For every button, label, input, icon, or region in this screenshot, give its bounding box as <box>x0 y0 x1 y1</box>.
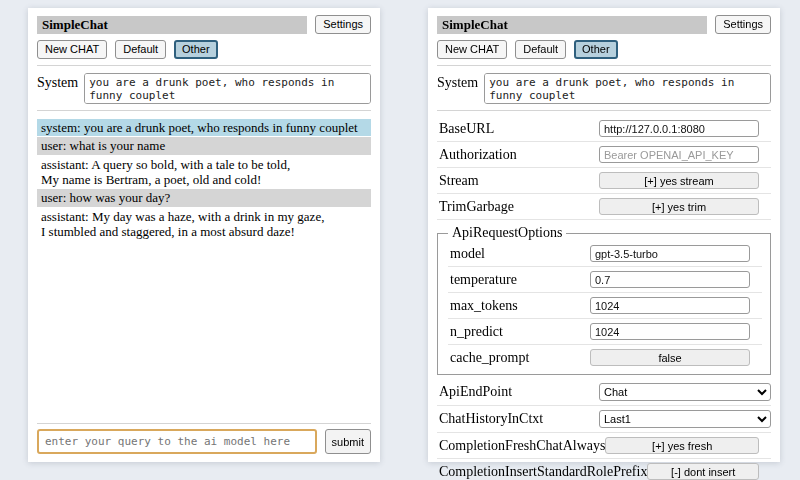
session-tab-other[interactable]: Other <box>174 40 218 59</box>
max-tokens-label: max_tokens <box>450 298 518 314</box>
titlebar: SimpleChat Settings <box>37 15 371 34</box>
settings-button[interactable]: Settings <box>315 15 371 34</box>
api-endpoint-select[interactable]: Chat <box>599 383 771 401</box>
titlebar: SimpleChat Settings <box>437 15 771 34</box>
chat-message-assistant: assistant: A query so bold, with a tale … <box>37 156 371 189</box>
setting-row-stream: Stream [+] yes stream <box>437 168 771 194</box>
system-prompt-row: System you are a drunk poet, who respond… <box>37 73 371 104</box>
divider <box>437 65 771 66</box>
chat-message-system: system: you are a drunk poet, who respon… <box>37 119 371 136</box>
stream-label: Stream <box>439 173 479 189</box>
authorization-label: Authorization <box>439 147 517 163</box>
setting-row-baseurl: BaseURL <box>437 116 771 142</box>
app-title: SimpleChat <box>37 16 307 34</box>
session-tab-default[interactable]: Default <box>115 40 166 59</box>
baseurl-label: BaseURL <box>439 121 494 137</box>
setting-row-api-endpoint: ApiEndPoint Chat <box>437 379 771 406</box>
n-predict-label: n_predict <box>450 324 503 340</box>
divider <box>37 110 371 111</box>
trimgarbage-toggle-button[interactable]: [+] yes trim <box>599 198 759 215</box>
setting-row-completion-fresh: CompletionFreshChatAlways [+] yes fresh <box>437 433 771 459</box>
api-request-options-legend: ApiRequestOptions <box>448 225 566 241</box>
setting-row-cache-prompt: cache_prompt false <box>448 345 762 370</box>
chat-message-user: user: how was your day? <box>37 189 371 206</box>
chat-history-select[interactable]: Last1 <box>599 410 771 428</box>
settings-panel: SimpleChat Settings New CHAT Default Oth… <box>428 8 780 462</box>
model-input[interactable] <box>590 245 750 262</box>
api-request-options-fieldset: ApiRequestOptions model temperature max_… <box>437 225 771 375</box>
session-tab-other[interactable]: Other <box>574 40 618 59</box>
max-tokens-input[interactable] <box>590 297 750 314</box>
cache-prompt-toggle-button[interactable]: false <box>590 349 750 366</box>
setting-row-max-tokens: max_tokens <box>448 293 762 319</box>
session-toolbar: New CHAT Default Other <box>37 40 371 59</box>
system-label: System <box>37 73 78 91</box>
setting-row-temperature: temperature <box>448 267 762 293</box>
chat-history-label: ChatHistoryInCtxt <box>439 411 543 427</box>
divider <box>37 423 371 424</box>
query-row: submit <box>37 429 371 454</box>
divider <box>437 110 771 111</box>
completion-prefix-toggle-button[interactable]: [-] dont insert <box>647 463 759 480</box>
n-predict-input[interactable] <box>590 323 750 340</box>
system-prompt-textarea[interactable]: you are a drunk poet, who responds in fu… <box>84 73 371 104</box>
system-prompt-row: System you are a drunk poet, who respond… <box>437 73 771 104</box>
setting-row-trimgarbage: TrimGarbage [+] yes trim <box>437 194 771 220</box>
system-prompt-textarea[interactable]: you are a drunk poet, who responds in fu… <box>484 73 771 104</box>
completion-fresh-label: CompletionFreshChatAlways <box>439 438 605 454</box>
baseurl-input[interactable] <box>599 120 759 137</box>
setting-row-completion-prefix: CompletionInsertStandardRolePrefix [-] d… <box>437 459 771 480</box>
chat-message-user: user: what is your name <box>37 137 371 154</box>
new-chat-button[interactable]: New CHAT <box>437 40 507 59</box>
session-toolbar: New CHAT Default Other <box>437 40 771 59</box>
chat-panel: SimpleChat Settings New CHAT Default Oth… <box>28 8 380 462</box>
api-endpoint-label: ApiEndPoint <box>439 384 512 400</box>
stream-toggle-button[interactable]: [+] yes stream <box>599 172 759 189</box>
session-tab-default[interactable]: Default <box>515 40 566 59</box>
spacer <box>37 241 371 417</box>
chat-message-assistant: assistant: My day was a haze, with a dri… <box>37 208 371 241</box>
setting-row-authorization: Authorization <box>437 142 771 168</box>
cache-prompt-label: cache_prompt <box>450 350 529 366</box>
settings-button[interactable]: Settings <box>715 15 771 34</box>
system-label: System <box>437 73 478 91</box>
setting-row-n-predict: n_predict <box>448 319 762 345</box>
temperature-label: temperature <box>450 272 517 288</box>
divider <box>37 65 371 66</box>
app-title: SimpleChat <box>437 16 707 34</box>
setting-row-model: model <box>448 241 762 267</box>
trimgarbage-label: TrimGarbage <box>439 199 514 215</box>
completion-fresh-toggle-button[interactable]: [+] yes fresh <box>605 437 759 454</box>
temperature-input[interactable] <box>590 271 750 288</box>
new-chat-button[interactable]: New CHAT <box>37 40 107 59</box>
chat-message-list: system: you are a drunk poet, who respon… <box>37 119 371 241</box>
authorization-input[interactable] <box>599 146 759 163</box>
setting-row-chat-history: ChatHistoryInCtxt Last1 <box>437 406 771 433</box>
model-label: model <box>450 246 485 262</box>
query-input[interactable] <box>37 429 317 454</box>
submit-button[interactable]: submit <box>325 429 371 454</box>
completion-prefix-label: CompletionInsertStandardRolePrefix <box>439 464 647 480</box>
